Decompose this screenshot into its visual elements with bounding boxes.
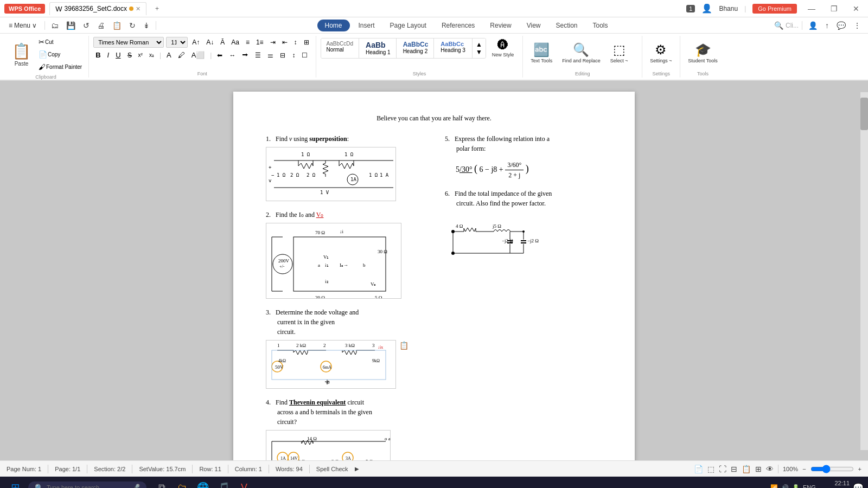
comment-button[interactable]: 💬 bbox=[834, 20, 848, 31]
spell-check-button[interactable]: Spell Check bbox=[316, 466, 348, 472]
copy-button[interactable]: 📄 Copy bbox=[36, 49, 62, 60]
bold-button[interactable]: B bbox=[93, 50, 103, 60]
page-view-icon[interactable]: 📄 bbox=[694, 465, 703, 473]
paste-button[interactable]: 📋 Paste bbox=[8, 41, 35, 68]
tab-home[interactable]: Home bbox=[317, 20, 350, 31]
decrease-font-button[interactable]: A↓ bbox=[204, 37, 216, 47]
vivaldi-button[interactable]: V bbox=[235, 479, 253, 488]
justify-button[interactable]: ☰ bbox=[253, 50, 263, 60]
zoom-out-button[interactable]: − bbox=[802, 466, 806, 472]
columns-button[interactable]: ⊟ bbox=[278, 50, 288, 60]
volume-icon[interactable]: 🔊 bbox=[781, 484, 789, 489]
fullscreen-icon[interactable]: ⛶ bbox=[719, 465, 726, 473]
tab-review[interactable]: Review bbox=[483, 20, 518, 31]
tab-insert[interactable]: Insert bbox=[352, 20, 381, 31]
format-painter-button[interactable]: 🖌 Format Painter bbox=[36, 62, 84, 72]
tab-view[interactable]: View bbox=[520, 20, 547, 31]
text-tools-button[interactable]: 🔤 Text Tools bbox=[527, 41, 556, 65]
network-icon[interactable]: 📶 bbox=[770, 484, 778, 489]
find-replace-button[interactable]: 🔍 Find and Replace bbox=[559, 41, 604, 65]
align-right-button[interactable]: ⮕ bbox=[240, 50, 251, 60]
layout-icon[interactable]: ⬚ bbox=[707, 465, 714, 473]
more-button[interactable]: ⋮ bbox=[851, 20, 864, 31]
custom-button[interactable]: ↡ bbox=[141, 20, 152, 31]
cut-button[interactable]: ✂ Cut bbox=[36, 37, 56, 47]
outdent-button[interactable]: ⇤ bbox=[280, 37, 290, 47]
premium-button[interactable]: Go Premium bbox=[752, 4, 797, 14]
indent-button[interactable]: ⇥ bbox=[268, 37, 278, 47]
strikethrough-button[interactable]: S̶ bbox=[125, 50, 134, 60]
start-button[interactable]: ⊞ bbox=[4, 479, 26, 488]
tab-close-icon[interactable]: ✕ bbox=[136, 5, 141, 12]
change-case-button[interactable]: Aa bbox=[229, 37, 241, 47]
subscript-button[interactable]: x₂ bbox=[147, 51, 156, 59]
clear-format-button[interactable]: Ā bbox=[218, 37, 227, 47]
student-tools-button[interactable]: 🎓 Student Tools bbox=[685, 41, 720, 65]
font-size-select[interactable]: 11 bbox=[166, 37, 188, 48]
chrome-button[interactable]: 🌐 bbox=[194, 479, 212, 488]
zoom-slider[interactable] bbox=[810, 465, 854, 473]
superscript-button[interactable]: x² bbox=[136, 51, 145, 59]
menu-button[interactable]: ≡ Menu ∨ bbox=[4, 20, 41, 31]
list-button[interactable]: ≡ bbox=[244, 37, 252, 47]
table-button[interactable]: ⊞ bbox=[302, 37, 311, 47]
new-style-button[interactable]: 🅐 New Style bbox=[488, 37, 519, 60]
spotify-button[interactable]: 🎵 bbox=[215, 479, 232, 488]
align-center-button[interactable]: ↔ bbox=[227, 50, 238, 60]
file-explorer-button[interactable]: 🗂 bbox=[174, 479, 191, 488]
numbering-button[interactable]: 1≡ bbox=[254, 37, 266, 47]
print-button[interactable]: 🖨 bbox=[94, 20, 107, 31]
spell-check-arrow[interactable]: ▶ bbox=[355, 466, 359, 472]
format-button[interactable]: 📋 bbox=[110, 20, 124, 31]
distributed-button[interactable]: ⚌ bbox=[265, 50, 276, 60]
font-color-button[interactable]: A bbox=[164, 50, 174, 60]
border-button[interactable]: ☐ bbox=[299, 50, 310, 60]
underline-button[interactable]: U bbox=[113, 50, 123, 60]
split-view-icon[interactable]: ⊟ bbox=[731, 465, 737, 473]
taskbar-mic-icon[interactable]: 🎤 bbox=[131, 484, 140, 489]
doc-view-icon[interactable]: 📋 bbox=[742, 465, 751, 473]
doc-tab[interactable]: W 39683256_SetC.docx ✕ bbox=[49, 2, 146, 15]
tab-page-layout[interactable]: Page Layout bbox=[384, 20, 433, 31]
minimize-button[interactable]: — bbox=[803, 2, 820, 15]
open-button[interactable]: 🗂 bbox=[48, 20, 61, 31]
char-shading-button[interactable]: A⬜ bbox=[189, 50, 207, 60]
tab-tools[interactable]: Tools bbox=[586, 20, 615, 31]
highlight-button[interactable]: 🖊 bbox=[176, 50, 187, 60]
undo-button[interactable]: ↺ bbox=[80, 20, 92, 31]
language-indicator[interactable]: ENG bbox=[803, 484, 816, 488]
share-button[interactable]: ↑ bbox=[822, 20, 832, 31]
taskbar-search[interactable]: 🔍 🎤 bbox=[28, 481, 146, 489]
wps-logo[interactable]: WPS Office bbox=[4, 4, 45, 14]
style-heading3[interactable]: AaBbCc Heading 3 bbox=[435, 38, 471, 58]
q3-paste-icon[interactable]: 📋 bbox=[399, 340, 409, 351]
grid-view-icon[interactable]: ⊞ bbox=[755, 465, 762, 473]
increase-font-button[interactable]: A↑ bbox=[190, 37, 202, 47]
doc-two-col: 1. Find v using superposition: 1 Ω 1 Ω +… bbox=[266, 134, 602, 460]
add-tab-button[interactable]: + bbox=[151, 3, 163, 15]
settings-button[interactable]: ⚙ Settings ~ bbox=[647, 41, 675, 65]
zoom-in-button[interactable]: + bbox=[858, 466, 861, 472]
style-normal[interactable]: AaBbCcDd Normal bbox=[321, 38, 359, 58]
redo-button[interactable]: ↻ bbox=[126, 20, 138, 31]
line-spacing-button[interactable]: ↕ bbox=[290, 50, 297, 60]
align-left-button[interactable]: ⬅ bbox=[215, 50, 225, 60]
styles-scroll-button[interactable]: ▲ ▼ bbox=[472, 38, 486, 58]
taskbar-search-input[interactable] bbox=[47, 484, 128, 488]
tab-references[interactable]: References bbox=[435, 20, 481, 31]
close-button[interactable]: ✕ bbox=[848, 2, 864, 15]
account-button[interactable]: 👤 bbox=[806, 20, 820, 31]
select-button[interactable]: ⬚ Select ~ bbox=[607, 41, 631, 65]
style-heading1[interactable]: AaBb Heading 1 bbox=[360, 38, 397, 58]
italic-button[interactable]: I bbox=[105, 50, 112, 60]
notifications-icon[interactable]: 💬 bbox=[853, 483, 864, 489]
task-view-button[interactable]: ⧉ bbox=[153, 479, 170, 488]
restore-button[interactable]: ❐ bbox=[826, 2, 842, 15]
save-button[interactable]: 💾 bbox=[63, 20, 78, 31]
read-mode-icon[interactable]: 👁 bbox=[766, 465, 774, 473]
sort-button[interactable]: ↕ bbox=[292, 37, 299, 47]
font-name-select[interactable]: Times New Roman bbox=[93, 37, 164, 48]
style-heading2[interactable]: AaBbCc Heading 2 bbox=[398, 38, 435, 58]
tab-section[interactable]: Section bbox=[549, 20, 584, 31]
document-page[interactable]: Believe you can that you are half way th… bbox=[233, 92, 635, 460]
